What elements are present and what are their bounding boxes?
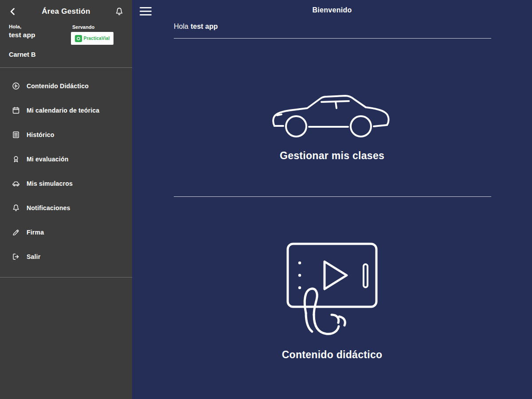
logout-icon [12,253,20,261]
bell-icon [115,7,124,16]
sidebar-item-label: Mi calendario de teórica [27,107,99,114]
brand-name: PracticaVial [84,36,110,41]
divider [0,67,132,68]
app-window: Área Gestión Hola, test app Servando Pra… [0,0,532,399]
notifications-button[interactable] [113,6,125,17]
divider [174,38,491,39]
sidebar-item-calendario[interactable]: Mi calendario de teórica [0,98,132,122]
history-icon [12,131,20,139]
back-button[interactable] [7,6,19,17]
sidebar-topbar: Área Gestión [0,0,132,23]
signature-pen-icon [12,228,20,236]
sidebar-item-label: Mi evaluación [27,156,68,163]
sidebar-item-notificaciones[interactable]: Notificaciones [0,196,132,220]
sidebar-item-label: Notificaciones [27,204,70,211]
sidebar-item-salir[interactable]: Salir [0,244,132,269]
divider [174,196,491,197]
sidebar-item-evaluacion[interactable]: Mi evaluación [0,147,132,171]
manage-classes-card[interactable]: Gestionar mis clases [132,82,532,162]
page-title: Bienvenido [132,6,532,14]
bell-icon [12,204,20,212]
tablet-video-hand-icon [277,239,387,343]
welcome-greeting: Holatest app [174,23,218,31]
sidebar-item-label: Firma [27,229,44,236]
sidebar-item-label: Contenido Didáctico [27,82,89,90]
medal-icon [12,155,20,163]
sidebar-item-label: Histórico [27,131,54,138]
sidebar-item-historico[interactable]: Histórico [0,122,132,147]
sidebar-item-contenido-didactico[interactable]: Contenido Didáctico [0,74,132,98]
license-label: Carnet B [9,51,35,58]
sidebar: Área Gestión Hola, test app Servando Pra… [0,0,132,399]
greeting-name: test app [191,23,218,30]
calendar-icon [12,106,20,114]
chevron-left-icon [9,8,17,16]
user-name: test app [9,31,35,39]
action-label: Gestionar mis clases [280,150,384,162]
car-illustration-icon [270,82,394,144]
action-label: Contenido didáctico [282,349,383,361]
sidebar-title: Área Gestión [19,7,113,16]
instructor-label: Servando [72,24,94,30]
play-circle-icon [12,82,20,90]
sidebar-item-simulacros[interactable]: Mis simulacros [0,171,132,196]
divider [0,277,132,278]
brand-badge: PracticaVial [71,32,113,45]
sidebar-item-label: Salir [27,253,40,260]
brand-logo-icon [75,35,82,42]
greeting-prefix: Hola [174,23,188,30]
car-icon [12,180,20,188]
sidebar-item-label: Mis simulacros [27,180,73,187]
user-greeting: Hola, [9,24,21,29]
main-panel: Bienvenido Holatest app Gestionar mis cl… [132,0,532,399]
didactic-content-card[interactable]: Contenido didáctico [132,239,532,361]
sidebar-item-firma[interactable]: Firma [0,220,132,244]
sidebar-menu: Contenido Didáctico Mi calendario de teó… [0,74,132,269]
